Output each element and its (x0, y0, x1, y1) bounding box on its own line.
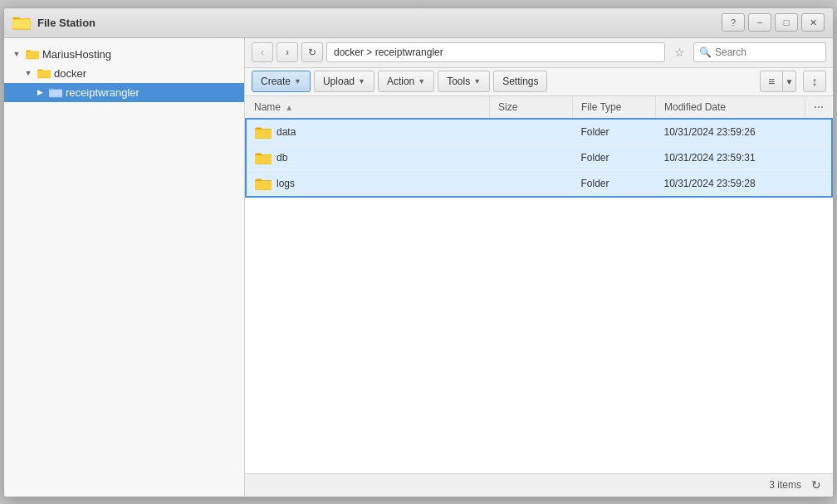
svg-rect-14 (255, 155, 272, 164)
maximize-button[interactable]: □ (775, 13, 798, 32)
file-size-cell (490, 119, 573, 145)
search-icon: 🔍 (699, 46, 712, 58)
file-type-cell: Folder (573, 119, 656, 145)
file-more-cell (805, 170, 833, 197)
column-header-size[interactable]: Size (490, 96, 573, 119)
file-station-window: File Station ? − □ ✕ ▼ MariusHosting ▼ (3, 7, 834, 497)
folder-icon (255, 151, 272, 164)
tree-toggle-mariushosting: ▼ (11, 48, 22, 60)
folder-icon-mariushosting (26, 48, 39, 60)
create-label: Create (261, 76, 291, 87)
file-modified-cell: 10/31/2024 23:59:31 (656, 144, 805, 170)
tree-toggle-docker: ▼ (22, 67, 34, 79)
sort-button[interactable]: ↕ (803, 71, 826, 92)
column-header-name[interactable]: Name ▲ (246, 96, 490, 119)
svg-rect-12 (255, 130, 272, 138)
refresh-nav-button[interactable]: ↻ (301, 42, 323, 62)
tools-dropdown-arrow: ▼ (473, 77, 481, 86)
right-panel: ‹ › ↻ docker > receiptwrangler ☆ 🔍 Creat… (245, 38, 833, 497)
table-row[interactable]: logs Folder 10/31/2024 23:59:28 (246, 170, 832, 197)
folder-icon (255, 177, 272, 190)
titlebar: File Station ? − □ ✕ (4, 8, 833, 38)
action-label: Action (387, 76, 414, 87)
sidebar: ▼ MariusHosting ▼ docker ▶ (4, 38, 245, 497)
file-size-cell (490, 170, 573, 197)
file-type-cell: Folder (573, 144, 656, 170)
file-size-cell (490, 144, 573, 170)
folder-icon-receiptwrangler (49, 86, 62, 98)
search-box[interactable]: 🔍 (693, 42, 826, 62)
close-button[interactable]: ✕ (801, 13, 825, 32)
svg-rect-6 (26, 51, 39, 58)
tree-toggle-receiptwrangler: ▶ (34, 86, 46, 98)
tools-button[interactable]: Tools ▼ (438, 71, 490, 92)
main-area: ▼ MariusHosting ▼ docker ▶ (4, 38, 833, 497)
column-header-more[interactable]: ⋯ (805, 96, 833, 119)
window-controls: ? − □ ✕ (722, 13, 825, 32)
tools-label: Tools (447, 76, 470, 87)
svg-rect-16 (255, 181, 272, 189)
folder-icon (255, 125, 272, 139)
file-more-cell (805, 119, 833, 145)
table-header-row: Name ▲ Size File Type Modified Date ⋯ (246, 96, 832, 119)
forward-button[interactable]: › (277, 42, 298, 62)
folder-icon-docker (37, 67, 51, 79)
view-btn-group: ≡ ▼ (760, 71, 796, 92)
file-more-cell (805, 144, 833, 170)
status-refresh-button[interactable]: ↻ (808, 477, 825, 493)
action-dropdown-arrow: ▼ (418, 77, 425, 86)
sidebar-label-mariushosting: MariusHosting (42, 48, 111, 61)
svg-rect-4 (13, 20, 30, 28)
svg-rect-10 (49, 90, 62, 96)
file-name-cell: data (246, 119, 490, 145)
column-header-modified[interactable]: Modified Date (656, 96, 805, 119)
upload-button[interactable]: Upload ▼ (314, 71, 374, 92)
table-row[interactable]: data Folder 10/31/2024 23:59:26 (246, 119, 832, 145)
sidebar-label-docker: docker (54, 67, 86, 80)
upload-label: Upload (323, 76, 355, 87)
sidebar-item-mariushosting[interactable]: ▼ MariusHosting (4, 45, 244, 64)
column-header-filetype[interactable]: File Type (573, 96, 656, 119)
favorite-button[interactable]: ☆ (668, 42, 690, 62)
file-name-cell: logs (246, 170, 490, 197)
settings-label: Settings (502, 76, 538, 87)
sidebar-item-receiptwrangler[interactable]: ▶ receiptwrangler (4, 83, 244, 102)
upload-dropdown-arrow: ▼ (358, 77, 365, 86)
create-button[interactable]: Create ▼ (252, 71, 311, 92)
file-modified-cell: 10/31/2024 23:59:28 (656, 170, 805, 197)
window-title: File Station (37, 17, 715, 29)
create-dropdown-arrow: ▼ (294, 77, 301, 86)
action-button[interactable]: Action ▼ (378, 71, 434, 92)
status-bar: 3 items ↻ (245, 473, 833, 497)
file-table: Name ▲ Size File Type Modified Date ⋯ (245, 96, 833, 198)
back-button[interactable]: ‹ (252, 42, 273, 62)
sidebar-item-docker[interactable]: ▼ docker (4, 64, 244, 83)
table-row[interactable]: db Folder 10/31/2024 23:59:31 (246, 144, 832, 170)
svg-rect-8 (37, 71, 51, 77)
file-modified-cell: 10/31/2024 23:59:26 (656, 119, 805, 145)
breadcrumb: docker > receiptwrangler (326, 42, 665, 62)
settings-button[interactable]: Settings (493, 71, 547, 92)
file-area: Name ▲ Size File Type Modified Date ⋯ (245, 96, 833, 473)
minimize-button[interactable]: − (748, 13, 771, 32)
item-count: 3 items (769, 479, 801, 491)
sidebar-label-receiptwrangler: receiptwrangler (66, 86, 140, 99)
list-view-button[interactable]: ≡ (760, 71, 783, 92)
file-name-cell: db (246, 144, 490, 170)
view-dropdown-button[interactable]: ▼ (783, 71, 796, 92)
breadcrumb-text: docker > receiptwrangler (334, 46, 443, 58)
help-button[interactable]: ? (722, 13, 745, 32)
nav-bar: ‹ › ↻ docker > receiptwrangler ☆ 🔍 (245, 38, 833, 68)
toolbar: Create ▼ Upload ▼ Action ▼ Tools ▼ Setti… (245, 68, 833, 96)
file-type-cell: Folder (573, 170, 656, 197)
app-icon (12, 13, 31, 32)
search-input[interactable] (715, 46, 820, 58)
